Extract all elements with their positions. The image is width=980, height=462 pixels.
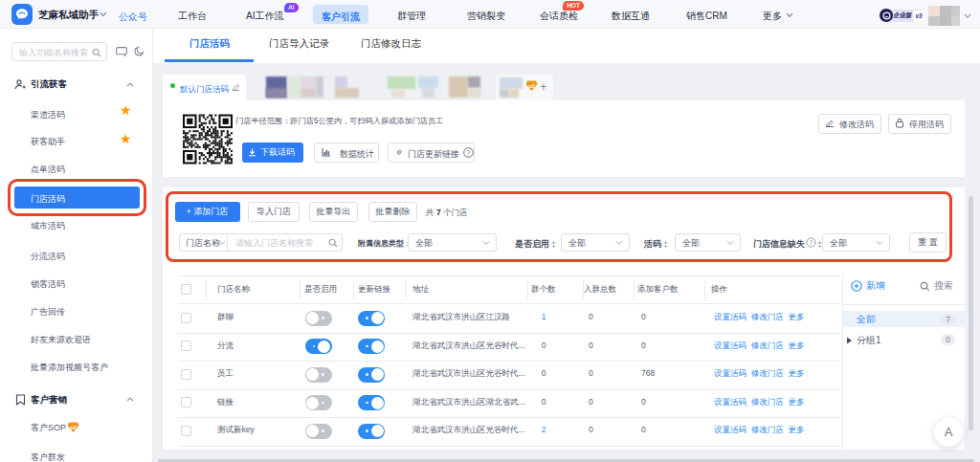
svg-text:?: ? [467,149,471,156]
svg-text:v2: v2 [70,425,77,430]
svg-text:v2: v2 [528,83,535,89]
